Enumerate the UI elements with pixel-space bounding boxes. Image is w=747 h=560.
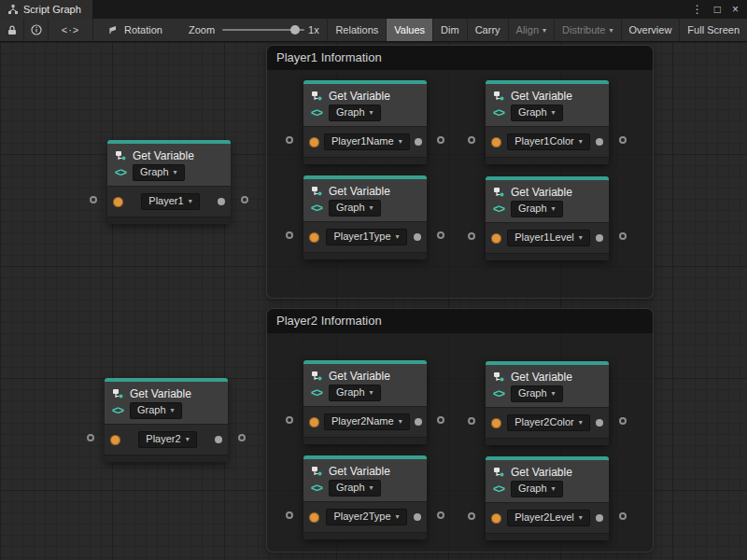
get-variable-node[interactable]: Get Variable <> Graph ▾ Player2Name ▾	[303, 360, 427, 444]
tab-script-graph[interactable]: Script Graph	[0, 0, 92, 19]
node-header: Get Variable <> Graph ▾	[486, 460, 609, 502]
value-output-dot[interactable]	[218, 198, 225, 205]
left-connection-port[interactable]	[286, 231, 293, 239]
left-connection-port[interactable]	[87, 434, 94, 441]
variable-name-dropdown[interactable]: Player2 ▾	[138, 431, 196, 448]
get-variable-node[interactable]: Get Variable <> Graph ▾ Player2Color ▾	[486, 361, 609, 445]
variable-input-port[interactable]	[309, 232, 319, 243]
variable-input-port[interactable]	[113, 197, 123, 207]
value-output-dot[interactable]	[596, 138, 603, 146]
value-output-dot[interactable]	[414, 513, 421, 521]
get-variable-node[interactable]: Get Variable <> Graph ▾ Player1Name ▾	[303, 80, 427, 164]
graph-kind-dropdown[interactable]: Graph ▾	[130, 402, 182, 419]
get-variable-node[interactable]: Get Variable <> Graph ▾ Player2Type ▾	[303, 455, 427, 539]
graph-kind-dropdown[interactable]: Graph ▾	[329, 385, 381, 401]
variable-name-dropdown[interactable]: Player1 ▾	[141, 193, 199, 210]
zoom-slider-knob[interactable]	[290, 25, 300, 35]
get-variable-node[interactable]: Get Variable <> Graph ▾ Player1Level ▾	[486, 176, 609, 260]
graph-canvas[interactable]: Player1 Information Player2 Information …	[0, 42, 747, 560]
right-connection-port[interactable]	[241, 196, 248, 203]
rotation-control[interactable]: Rotation	[108, 19, 162, 41]
chevron-down-icon: ▾	[552, 106, 556, 119]
value-output-dot[interactable]	[596, 234, 603, 242]
group-header[interactable]: Player1 Information	[267, 46, 653, 70]
left-connection-port[interactable]	[90, 196, 97, 203]
graph-kind-dropdown[interactable]: Graph ▾	[511, 105, 563, 121]
distribute-button[interactable]: Distribute▾	[554, 19, 620, 41]
lock-button[interactable]	[0, 19, 24, 41]
chevron-down-icon: ▾	[370, 106, 374, 119]
get-variable-node[interactable]: Get Variable <> Graph ▾ Player2Level ▾	[486, 456, 609, 540]
close-button[interactable]: ×	[732, 4, 739, 15]
align-button[interactable]: Align▾	[508, 19, 554, 41]
value-output-dot[interactable]	[215, 436, 222, 443]
variable-name-dropdown[interactable]: Player2Type ▾	[326, 509, 406, 525]
chevron-down-icon: ▾	[370, 386, 374, 399]
variable-name-dropdown[interactable]: Player1Type ▾	[326, 229, 406, 245]
variable-name-dropdown[interactable]: Player2Name ▾	[324, 413, 410, 430]
carry-button[interactable]: Carry	[467, 19, 508, 41]
overview-button[interactable]: Overview	[621, 19, 680, 41]
graph-kind-dropdown[interactable]: Graph ▾	[511, 385, 563, 402]
left-connection-port[interactable]	[468, 232, 475, 240]
fullscreen-button[interactable]: Full Screen	[679, 19, 747, 41]
zoom-label: Zoom	[189, 24, 215, 35]
graph-kind-dropdown[interactable]: Graph ▾	[329, 480, 381, 497]
left-connection-port[interactable]	[468, 136, 475, 144]
value-output-dot[interactable]	[414, 233, 421, 241]
right-connection-port[interactable]	[437, 231, 444, 239]
variable-name-dropdown[interactable]: Player1Level ▾	[507, 230, 590, 246]
dim-button[interactable]: Dim	[432, 19, 467, 41]
variable-input-port[interactable]	[491, 137, 501, 147]
value-output-dot[interactable]	[415, 418, 422, 426]
maximize-button[interactable]: □	[714, 4, 721, 15]
right-connection-port[interactable]	[437, 416, 444, 424]
variable-input-port[interactable]	[491, 513, 501, 524]
info-button[interactable]	[24, 19, 49, 41]
variable-input-port[interactable]	[491, 418, 501, 428]
graph-kind-dropdown[interactable]: Graph ▾	[329, 200, 381, 217]
left-connection-port[interactable]	[286, 511, 293, 519]
group-header[interactable]: Player2 Information	[267, 309, 653, 333]
code-view-button[interactable]: <·>	[49, 19, 93, 41]
right-connection-port[interactable]	[619, 232, 627, 240]
value-output-dot[interactable]	[415, 138, 422, 146]
value-output-dot[interactable]	[596, 419, 603, 427]
variable-name-dropdown[interactable]: Player1Name ▾	[324, 133, 410, 150]
variable-input-port[interactable]	[309, 512, 319, 523]
variable-node-icon	[114, 149, 127, 162]
kebab-menu-button[interactable]: ⋮	[692, 4, 703, 15]
variable-input-port[interactable]	[309, 137, 319, 147]
get-variable-node[interactable]: Get Variable <> Graph ▾ Player1 ▾	[107, 140, 231, 224]
chevron-down-icon: ▾	[552, 483, 556, 495]
values-button[interactable]: Values	[386, 19, 432, 41]
variable-name-dropdown[interactable]: Player1Color ▾	[507, 133, 590, 150]
left-connection-port[interactable]	[286, 416, 293, 424]
right-connection-port[interactable]	[437, 136, 444, 144]
zoom-slider[interactable]	[222, 29, 304, 31]
variable-name-label: Player1Level	[514, 231, 574, 244]
variable-name-dropdown[interactable]: Player2Color ▾	[507, 414, 590, 431]
variable-name-dropdown[interactable]: Player2Level ▾	[507, 510, 590, 526]
graph-kind-dropdown[interactable]: Graph ▾	[329, 105, 381, 121]
get-variable-node[interactable]: Get Variable <> Graph ▾ Player1Type ▾	[303, 175, 427, 259]
relations-button[interactable]: Relations	[327, 19, 386, 41]
get-variable-node[interactable]: Get Variable <> Graph ▾ Player1Color ▾	[486, 80, 609, 164]
node-body: Player2Name ▾	[303, 406, 427, 437]
variable-input-port[interactable]	[491, 233, 501, 244]
right-connection-port[interactable]	[619, 512, 627, 520]
value-output-dot[interactable]	[596, 514, 603, 522]
left-connection-port[interactable]	[468, 417, 475, 425]
right-connection-port[interactable]	[437, 511, 444, 519]
graph-kind-dropdown[interactable]: Graph ▾	[133, 164, 185, 181]
graph-kind-dropdown[interactable]: Graph ▾	[511, 201, 563, 217]
variable-input-port[interactable]	[110, 435, 120, 445]
left-connection-port[interactable]	[468, 512, 475, 520]
right-connection-port[interactable]	[238, 434, 246, 441]
right-connection-port[interactable]	[619, 417, 627, 425]
left-connection-port[interactable]	[286, 136, 293, 144]
graph-kind-dropdown[interactable]: Graph ▾	[511, 481, 563, 497]
right-connection-port[interactable]	[619, 136, 627, 144]
get-variable-node[interactable]: Get Variable <> Graph ▾ Player2 ▾	[105, 378, 228, 462]
variable-input-port[interactable]	[309, 417, 319, 427]
